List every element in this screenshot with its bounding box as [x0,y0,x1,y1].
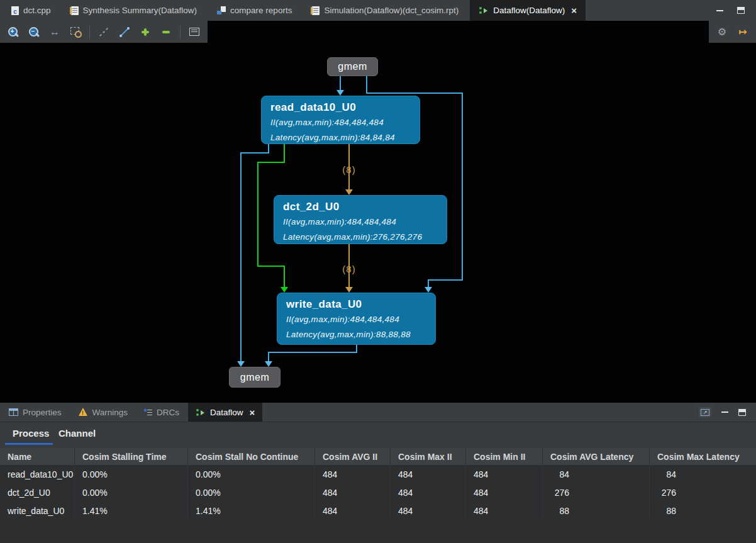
editor-tab-dct-cpp[interactable]: c dct.cpp [3,0,60,21]
panel-tab-label: Properties [23,408,62,417]
column-header-name[interactable]: Name [0,448,74,465]
process-title: dct_2d_U0 [283,199,447,215]
cell-value: 88 [657,506,676,516]
panel-tab-warnings[interactable]: Warnings [70,403,136,422]
subtab-process[interactable]: Process [13,422,49,445]
properties-icon [9,408,18,416]
warning-icon [78,408,88,417]
cell-stall-no-continue: 1.41% [187,501,314,520]
memory-node-gmem-top[interactable]: gmem [327,57,378,76]
zoom-in-icon[interactable]: + [6,25,20,39]
table-row[interactable]: write_data_U0 1.41% 1.41% 484 484 484 88… [0,501,756,520]
legend-icon[interactable] [187,25,201,39]
panel-tab-dataflow[interactable]: Dataflow × [188,403,262,422]
active-subtab-underline [5,443,53,445]
expand-icon[interactable] [138,25,152,39]
edge-segment [462,92,463,281]
collapse-icon[interactable] [159,25,173,39]
memory-node-label: gmem [338,61,367,72]
table-header: Name Cosim Stalling Time Cosim Stall No … [0,448,756,465]
cell-value: 84 [657,469,676,479]
editor-tab-synthesis-summary[interactable]: Synthesis Summary(Dataflow) [62,0,206,21]
panel-tab-label: Warnings [92,408,128,417]
memory-node-label: gmem [240,372,269,383]
column-header-min-ii[interactable]: Cosim Min II [465,448,542,465]
process-ii: II(avg,max,min):484,484,484 [270,115,420,130]
cell-value: 276 [550,488,569,498]
close-icon[interactable]: × [250,408,255,417]
cell-max-ii: 484 [390,501,465,520]
fit-width-icon[interactable]: ↔ [48,25,62,39]
process-title: read_data10_U0 [270,100,420,115]
report-icon [312,6,320,15]
dataflow-canvas[interactable]: (8) (8) gmem read_data10_U0 II(avg,max,m… [0,43,756,403]
zoom-out-icon[interactable]: − [27,25,41,39]
edge-segment [268,352,357,353]
hide-edges-icon[interactable] [97,25,111,39]
cell-value: 88 [550,506,569,516]
toolbar-separator [180,26,181,38]
process-node-dct-2d[interactable]: dct_2d_U0 II(avg,max,min):484,484,484 La… [274,195,447,244]
panel-tab-properties[interactable]: Properties [1,403,69,422]
cell-name: read_data10_U0 [0,465,74,483]
bottom-panel: Properties Warnings DRCs Dataflow × [0,403,756,543]
column-header-avg-latency[interactable]: Cosim AVG Latency [542,448,649,465]
column-header-avg-ii[interactable]: Cosim AVG II [314,448,390,465]
close-icon[interactable]: × [571,6,577,15]
cell-stall-no-continue: 0.00% [187,483,314,501]
edge-segment [257,266,285,267]
arrowhead [281,287,288,293]
arrowhead [425,287,432,293]
column-header-stall-no-continue[interactable]: Cosim Stall No Continue [187,448,314,465]
cell-min-ii: 484 [465,501,542,520]
table-row[interactable]: read_data10_U0 0.00% 0.00% 484 484 484 8… [0,465,756,483]
dataflow-icon [196,408,206,417]
editor-tab-simulation[interactable]: Simulation(Dataflow)(dct_cosim.rpt) [303,0,467,21]
column-header-max-latency[interactable]: Cosim Max Latency [649,448,756,465]
editor-tabbar: c dct.cpp Synthesis Summary(Dataflow) co… [0,0,756,21]
maximize-panel-icon[interactable] [738,409,746,416]
memory-node-gmem-bottom[interactable]: gmem [229,367,281,388]
edge-segment [284,266,285,287]
editor-tab-label: Dataflow(Dataflow) [493,6,565,15]
arrowhead [336,90,344,96]
minimize-panel-icon[interactable] [721,411,728,413]
toolbar-left-group: + − ↔ [0,21,208,43]
c-file-icon: c [11,6,19,15]
jump-to-source-icon[interactable]: ↦ [736,25,750,39]
process-node-read-data10[interactable]: read_data10_U0 II(avg,max,min):484,484,4… [261,96,420,144]
minimize-icon[interactable] [716,10,723,11]
fifo-depth-label: (8) [335,264,363,274]
panel-tab-label: DRCs [157,408,179,417]
cell-max-latency: 88 [649,501,756,520]
drcs-icon [144,408,152,417]
editor-tab-label: Synthesis Summary(Dataflow) [83,6,197,15]
toolbar-right-group: ⚙ ↦ [709,21,756,43]
float-window-icon[interactable] [699,407,711,417]
column-header-stalling-time[interactable]: Cosim Stalling Time [74,448,187,465]
process-latency: Latency(avg,max,min):88,88,88 [286,327,435,342]
process-latency: Latency(avg,max,min):84,84,84 [270,130,420,145]
cell-max-latency: 84 [649,465,756,483]
zoom-region-icon[interactable] [69,25,82,39]
process-node-write-data[interactable]: write_data_U0 II(avg,max,min):484,484,48… [277,293,436,345]
column-header-max-ii[interactable]: Cosim Max II [390,448,465,465]
cell-value: 84 [550,469,569,479]
cell-avg-ii: 484 [314,483,390,501]
subtab-channel[interactable]: Channel [58,422,96,445]
show-edges-icon[interactable] [118,25,131,39]
cell-stalling-time: 1.41% [74,501,187,520]
panel-tab-drcs[interactable]: DRCs [136,403,187,422]
dataflow-icon [479,6,489,14]
cell-name: dct_2d_U0 [0,483,74,501]
settings-gear-icon[interactable]: ⚙ [715,25,729,39]
table-row[interactable]: dct_2d_U0 0.00% 0.00% 484 484 484 276 27… [0,483,756,501]
maximize-icon[interactable] [737,7,745,14]
arrowhead [345,189,353,195]
panel-tab-label: Dataflow [210,408,243,417]
cell-max-ii: 484 [390,465,465,483]
cell-stalling-time: 0.00% [74,483,187,501]
edge-segment [366,76,367,94]
editor-tab-compare-reports[interactable]: compare reports [208,0,301,21]
editor-tab-dataflow[interactable]: Dataflow(Dataflow) × [470,0,586,21]
